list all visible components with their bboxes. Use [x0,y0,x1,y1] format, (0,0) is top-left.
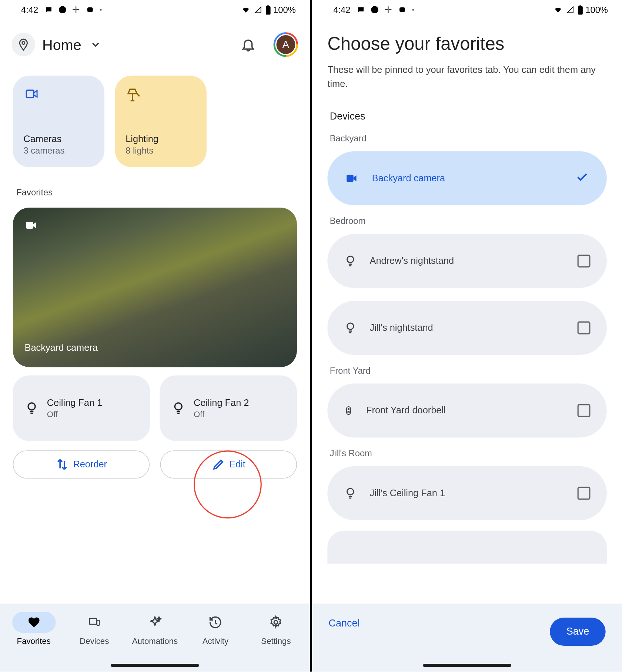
camera-icon [23,87,40,100]
camera-icon [344,172,359,184]
svg-rect-17 [347,407,351,414]
battery-pct: 100% [585,5,608,15]
group-devices: Devices [312,91,622,123]
pin-icon [17,38,30,51]
nav-settings[interactable]: Settings [247,612,305,646]
svg-point-19 [348,411,349,413]
chat-icon [44,6,53,14]
bottom-nav: Favorites Devices Automations Activity S… [0,604,310,672]
fan-state: Off [194,409,249,419]
discord-icon [85,6,95,14]
svg-point-18 [348,409,349,410]
reorder-button[interactable]: Reorder [13,450,150,478]
svg-rect-1 [265,6,270,14]
device-label: Andrew's nightstand [370,256,454,266]
tile-sub: 3 cameras [23,145,94,155]
svg-rect-2 [267,5,269,6]
tile-title: Cameras [23,134,94,144]
status-bar: 4:42 • 100% [0,0,310,17]
wifi-icon [240,6,251,14]
nav-label: Devices [80,636,109,646]
svg-point-11 [371,6,378,13]
svg-point-10 [274,621,278,624]
svg-rect-12 [578,6,583,14]
favorites-label: Favorites [0,167,310,197]
tile-sub: 8 lights [126,145,196,155]
bulb-icon [25,400,39,416]
right-screen: 4:42 • 100% Choose your favorites These … [312,0,622,672]
signal-icon [253,6,262,14]
battery-icon [577,5,583,14]
device-frontyard-doorbell[interactable]: Front Yard doorbell [327,384,606,438]
fan1-card[interactable]: Ceiling Fan 1 Off [13,375,150,441]
heart-icon [27,616,41,629]
bulb-icon [344,485,357,501]
edit-button[interactable]: Edit [160,450,297,478]
bell-icon[interactable] [241,37,256,52]
history-icon [208,615,223,629]
tile-title: Lighting [126,134,196,144]
nav-automations[interactable]: Automations [126,612,184,646]
checkbox-icon [578,255,591,268]
clock: 4:42 [21,5,38,15]
device-label: Jill's nightstand [370,323,433,333]
home-title[interactable]: Home [42,36,81,53]
fan-name: Ceiling Fan 2 [194,398,249,409]
battery-pct: 100% [273,5,296,15]
status-bar: 4:42 • 100% [312,0,622,17]
svg-point-7 [175,403,182,410]
nav-activity[interactable]: Activity [186,612,245,646]
svg-rect-9 [97,620,99,625]
device-andrew-nightstand[interactable]: Andrew's nightstand [327,234,606,288]
cancel-button[interactable]: Cancel [329,618,360,629]
doorbell-icon [344,403,353,418]
chat-icon [356,6,365,14]
nav-devices[interactable]: Devices [65,612,124,646]
location-chip[interactable] [12,33,35,56]
device-jill-ceilingfan[interactable]: Jill's Ceiling Fan 1 [327,466,606,520]
device-jill-nightstand[interactable]: Jill's nightstand [327,301,606,355]
fan-state: Off [47,409,102,419]
svg-point-3 [22,41,25,44]
check-icon [574,171,590,184]
discord-icon [397,6,407,14]
reorder-icon [56,458,68,471]
bulb-icon [171,400,185,416]
lighting-tile[interactable]: Lighting 8 lights [115,75,207,167]
camera-card[interactable]: Backyard camera [13,208,297,367]
svg-point-6 [28,403,35,410]
svg-point-0 [59,6,66,13]
room-backyard: Backyard [312,122,622,143]
svg-rect-14 [347,175,353,182]
svg-point-20 [347,488,353,495]
device-row-partial[interactable] [327,531,606,564]
gesture-bar [111,664,199,667]
slack-icon [384,5,393,14]
device-backyard-camera[interactable]: Backyard camera [327,151,606,205]
bulb-icon [344,253,357,269]
wifi-icon [552,6,563,14]
nav-label: Settings [261,636,291,646]
svg-rect-8 [90,618,96,624]
save-button[interactable]: Save [550,618,605,646]
cameras-tile[interactable]: Cameras 3 cameras [13,75,104,167]
fan2-card[interactable]: Ceiling Fan 2 Off [160,375,297,441]
battery-icon [265,5,271,14]
room-jillsroom: Jill's Room [312,437,622,458]
home-header: Home A [0,17,310,63]
nav-favorites[interactable]: Favorites [4,612,63,646]
sparkle-icon [148,615,162,629]
svg-rect-5 [26,222,33,228]
signal-icon [565,6,575,14]
chooser-subtitle: These will be pinned to your favorites t… [312,54,622,91]
left-screen: 4:42 • 100% Home [0,0,310,672]
pencil-icon [212,458,225,471]
reorder-label: Reorder [73,459,107,470]
chevron-down-icon[interactable] [90,39,101,51]
svg-rect-4 [26,90,34,97]
room-frontyard: Front Yard [312,355,622,375]
account-avatar[interactable]: A [274,32,298,57]
bulb-icon [344,320,357,335]
nav-label: Activity [203,636,228,646]
camera-icon [23,219,39,231]
